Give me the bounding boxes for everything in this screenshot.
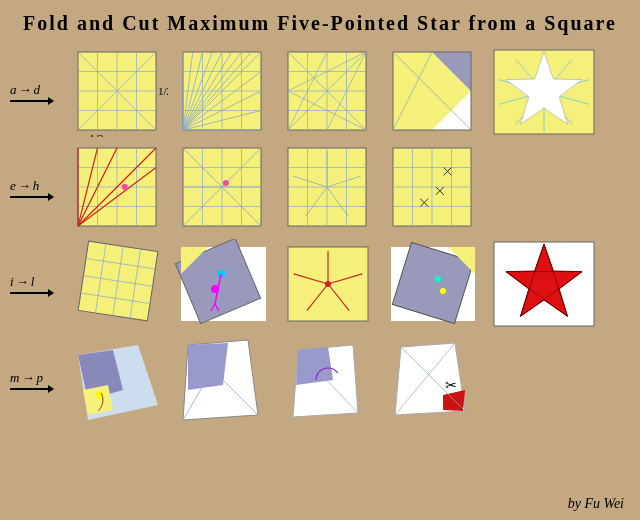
step-k-canvas bbox=[278, 239, 378, 329]
row-ad: a → d bbox=[10, 47, 630, 137]
step-a-canvas bbox=[68, 47, 168, 137]
content-area: a → d e → h bbox=[0, 43, 640, 429]
step-f-canvas bbox=[173, 143, 273, 233]
row-mp: m → p bbox=[10, 335, 630, 425]
step-n-canvas bbox=[173, 335, 273, 425]
result-top-canvas bbox=[489, 47, 599, 137]
row-eh: e → h bbox=[10, 143, 630, 233]
byline: by Fu Wei bbox=[568, 496, 624, 512]
step-i-canvas bbox=[68, 239, 168, 329]
step-e-canvas bbox=[68, 143, 168, 233]
label-mp: m → p bbox=[10, 370, 62, 390]
step-h-canvas bbox=[383, 143, 483, 233]
result-mid-canvas bbox=[489, 239, 599, 329]
page-title: Fold and Cut Maximum Five-Pointed Star f… bbox=[0, 0, 640, 43]
step-p-canvas bbox=[383, 335, 483, 425]
label-ad: a → d bbox=[10, 82, 62, 102]
step-o-canvas bbox=[278, 335, 378, 425]
row-il: i → l bbox=[10, 239, 630, 329]
step-g-canvas bbox=[278, 143, 378, 233]
step-m-canvas bbox=[68, 335, 168, 425]
steps-eh bbox=[68, 143, 483, 233]
steps-ad bbox=[68, 47, 483, 137]
label-eh: e → h bbox=[10, 178, 62, 198]
step-l-canvas bbox=[383, 239, 483, 329]
step-b-canvas bbox=[173, 47, 273, 137]
step-c-canvas bbox=[278, 47, 378, 137]
step-j-canvas bbox=[173, 239, 273, 329]
label-il: i → l bbox=[10, 274, 62, 294]
steps-mp bbox=[68, 335, 483, 425]
steps-il bbox=[68, 239, 483, 329]
step-d-canvas bbox=[383, 47, 483, 137]
